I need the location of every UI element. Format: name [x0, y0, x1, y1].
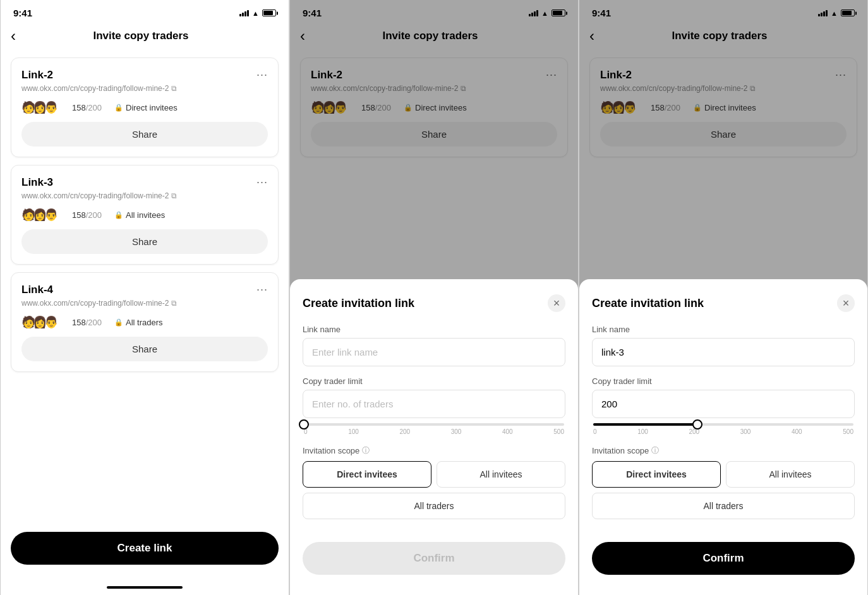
modal-sheet: Create invitation link×Link nameCopy tra…: [579, 279, 867, 595]
scope-option-button[interactable]: All invitees: [437, 461, 565, 488]
follower-count: 158/200: [72, 318, 102, 327]
more-options-button[interactable]: ···: [256, 68, 268, 81]
scope-buttons: Direct inviteesAll inviteesAll traders: [303, 461, 565, 519]
invitation-scope-group: Invitation scopeⓘDirect inviteesAll invi…: [592, 445, 855, 519]
scope-option-button[interactable]: All traders: [303, 493, 565, 519]
lock-icon: 🔒: [114, 104, 123, 112]
invitation-scope-label: Invitation scopeⓘ: [303, 445, 565, 456]
slider-label: 100: [348, 428, 359, 435]
link-meta: 🧑👩👨158/200🔒All invitees: [21, 208, 268, 222]
lock-icon: 🔒: [114, 211, 123, 219]
link-name: Link-3: [21, 176, 53, 189]
slider-label: 300: [451, 428, 462, 435]
link-name-field-group: Link name: [592, 325, 855, 366]
link-name: Link-2: [21, 69, 53, 81]
wifi-icon: ▲: [252, 9, 259, 17]
share-button[interactable]: Share: [21, 122, 268, 147]
slider-fill: [593, 423, 697, 426]
status-time: 9:41: [13, 8, 32, 18]
modal-header: Create invitation link×: [303, 294, 565, 312]
copy-icon[interactable]: ⧉: [171, 84, 177, 93]
follower-avatars: 🧑👩👨: [21, 208, 56, 222]
link-url: www.okx.com/cn/copy-trading/follow-mine-…: [21, 191, 268, 200]
screens-container: 9:41▲‹Invite copy tradersLink-2···www.ok…: [0, 0, 868, 595]
battery-icon: [262, 9, 276, 16]
trader-limit-label: Copy trader limit: [303, 376, 565, 386]
slider-track[interactable]: [304, 423, 564, 426]
invitee-type-label: Direct invitees: [126, 103, 178, 112]
more-options-button[interactable]: ···: [256, 176, 268, 189]
scope-buttons: Direct inviteesAll inviteesAll traders: [592, 461, 855, 519]
slider-label: 500: [553, 428, 564, 435]
slider-thumb[interactable]: [692, 419, 702, 430]
invitation-scope-label: Invitation scopeⓘ: [592, 445, 855, 456]
modal-sheet: Create invitation link×Link nameCopy tra…: [290, 279, 578, 595]
share-button[interactable]: Share: [21, 337, 268, 361]
slider-thumb[interactable]: [299, 419, 309, 430]
close-button[interactable]: ×: [548, 294, 565, 312]
invitee-type: 🔒Direct invitees: [114, 103, 178, 112]
close-button[interactable]: ×: [837, 294, 855, 312]
more-options-button[interactable]: ···: [256, 283, 268, 296]
slider-track[interactable]: [593, 423, 853, 426]
invitee-type-label: All invitees: [126, 210, 165, 220]
page-title: Invite copy traders: [21, 30, 261, 42]
modal-title: Create invitation link: [303, 297, 414, 310]
link-card-header: Link-3···: [21, 176, 268, 189]
info-icon[interactable]: ⓘ: [362, 445, 370, 456]
invitee-type-label: All traders: [126, 318, 163, 327]
trader-limit-input[interactable]: [592, 390, 855, 418]
link-meta: 🧑👩👨158/200🔒All traders: [21, 315, 268, 329]
phone-screen-screen-3: 9:41▲‹Invite copy tradersLink-2···www.ok…: [579, 0, 868, 595]
link-card: Link-2···www.okx.com/cn/copy-trading/fol…: [11, 57, 279, 157]
link-name-input[interactable]: [303, 338, 565, 366]
link-meta: 🧑👩👨158/200🔒Direct invitees: [21, 100, 268, 114]
link-name-input[interactable]: [592, 338, 855, 366]
scope-option-button[interactable]: All invitees: [726, 461, 855, 488]
invitee-type: 🔒All traders: [114, 318, 163, 327]
create-link-button[interactable]: Create link: [11, 532, 279, 565]
follower-count: 158/200: [72, 210, 102, 220]
link-card: Link-3···www.okx.com/cn/copy-trading/fol…: [11, 165, 279, 265]
link-name-label: Link name: [592, 325, 855, 334]
follower-avatars: 🧑👩👨: [21, 100, 56, 114]
scope-option-button[interactable]: All traders: [592, 493, 855, 519]
lock-icon: 🔒: [114, 318, 123, 327]
slider-label: 400: [502, 428, 513, 435]
status-icons: ▲: [239, 9, 276, 17]
slider-label: 400: [792, 428, 802, 435]
link-url: www.okx.com/cn/copy-trading/follow-mine-…: [21, 84, 268, 93]
back-button[interactable]: ‹: [11, 27, 16, 45]
slider-label: 200: [399, 428, 410, 435]
scope-option-button[interactable]: Direct invitees: [303, 461, 431, 488]
link-url: www.okx.com/cn/copy-trading/follow-mine-…: [21, 299, 268, 308]
link-card: Link-4···www.okx.com/cn/copy-trading/fol…: [11, 272, 279, 372]
slider-container: 0100200300400500: [592, 423, 855, 435]
slider-label: 500: [843, 428, 853, 435]
phone-screen-screen-1: 9:41▲‹Invite copy tradersLink-2···www.ok…: [0, 0, 289, 595]
avatar: 👨: [44, 100, 58, 114]
slider-labels: 0100200300400500: [304, 428, 564, 435]
header: ‹Invite copy traders: [1, 22, 289, 52]
share-button[interactable]: Share: [21, 229, 268, 254]
copy-icon[interactable]: ⧉: [171, 191, 177, 200]
trader-limit-input[interactable]: [303, 390, 565, 418]
bottom-bar: Create link: [1, 524, 289, 582]
avatar: 👨: [44, 208, 58, 222]
slider-labels: 0100200300400500: [593, 428, 853, 435]
confirm-button[interactable]: Confirm: [592, 542, 855, 575]
info-icon[interactable]: ⓘ: [651, 445, 659, 456]
avatar: 👨: [44, 315, 58, 329]
invitee-type: 🔒All invitees: [114, 210, 165, 220]
link-name: Link-4: [21, 284, 53, 296]
trader-limit-field-group: Copy trader limit0100200300400500: [303, 376, 565, 435]
scope-option-button[interactable]: Direct invitees: [592, 461, 721, 488]
slider-label: 300: [740, 428, 751, 435]
home-bar: [107, 586, 183, 589]
follower-count: 158/200: [72, 103, 102, 112]
content-area: Link-2···www.okx.com/cn/copy-trading/fol…: [1, 52, 289, 524]
copy-icon[interactable]: ⧉: [171, 299, 177, 308]
link-name-label: Link name: [303, 325, 565, 334]
status-bar: 9:41▲: [1, 0, 289, 22]
phone-screen-screen-2: 9:41▲‹Invite copy tradersLink-2···www.ok…: [289, 0, 579, 595]
